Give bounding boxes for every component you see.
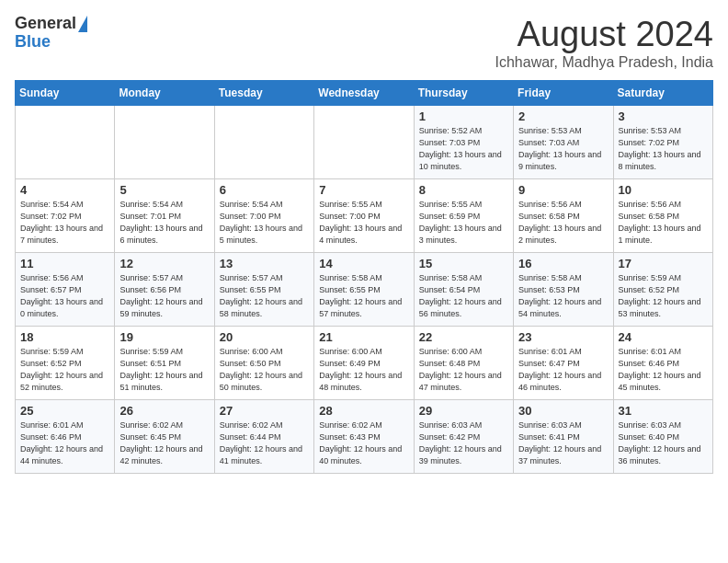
weekday-header-tuesday: Tuesday bbox=[214, 81, 313, 106]
day-number: 7 bbox=[319, 183, 408, 197]
day-number: 27 bbox=[220, 404, 309, 418]
day-info: Sunrise: 6:03 AMSunset: 6:41 PMDaylight:… bbox=[518, 419, 608, 467]
calendar-day-cell: 26Sunrise: 6:02 AMSunset: 6:45 PMDayligh… bbox=[115, 400, 214, 474]
day-info: Sunrise: 5:56 AMSunset: 6:58 PMDaylight:… bbox=[619, 199, 708, 247]
calendar-day-cell: 6Sunrise: 5:54 AMSunset: 7:00 PMDaylight… bbox=[214, 179, 313, 253]
calendar-day-cell: 21Sunrise: 6:00 AMSunset: 6:49 PMDayligh… bbox=[314, 327, 414, 400]
day-info: Sunrise: 5:58 AMSunset: 6:53 PMDaylight:… bbox=[518, 272, 608, 320]
day-info: Sunrise: 6:00 AMSunset: 6:49 PMDaylight:… bbox=[319, 346, 408, 394]
day-info: Sunrise: 6:01 AMSunset: 6:47 PMDaylight:… bbox=[518, 346, 608, 394]
weekday-header-sunday: Sunday bbox=[16, 81, 115, 106]
calendar-day-cell: 1Sunrise: 5:52 AMSunset: 7:03 PMDaylight… bbox=[414, 106, 513, 179]
weekday-header-thursday: Thursday bbox=[414, 81, 513, 106]
calendar-day-cell: 5Sunrise: 5:54 AMSunset: 7:01 PMDaylight… bbox=[115, 179, 214, 253]
page-header: General Blue August 2024 Ichhawar, Madhy… bbox=[15, 15, 713, 71]
calendar-day-cell: 4Sunrise: 5:54 AMSunset: 7:02 PMDaylight… bbox=[16, 179, 115, 253]
title-section: August 2024 Ichhawar, Madhya Pradesh, In… bbox=[495, 15, 713, 71]
calendar-day-cell bbox=[314, 106, 414, 179]
day-number: 15 bbox=[419, 257, 508, 270]
day-number: 2 bbox=[518, 109, 608, 123]
calendar-day-cell: 25Sunrise: 6:01 AMSunset: 6:46 PMDayligh… bbox=[16, 400, 115, 474]
calendar-week-4: 18Sunrise: 5:59 AMSunset: 6:52 PMDayligh… bbox=[16, 327, 713, 400]
day-number: 5 bbox=[119, 183, 209, 197]
day-info: Sunrise: 6:02 AMSunset: 6:43 PMDaylight:… bbox=[319, 419, 408, 467]
calendar-day-cell: 22Sunrise: 6:00 AMSunset: 6:48 PMDayligh… bbox=[414, 327, 513, 400]
weekday-header-saturday: Saturday bbox=[613, 81, 712, 106]
calendar-day-cell: 23Sunrise: 6:01 AMSunset: 6:47 PMDayligh… bbox=[514, 327, 613, 400]
day-info: Sunrise: 6:02 AMSunset: 6:44 PMDaylight:… bbox=[220, 419, 309, 467]
day-info: Sunrise: 6:03 AMSunset: 6:40 PMDaylight:… bbox=[619, 419, 708, 467]
day-number: 28 bbox=[319, 404, 408, 418]
day-info: Sunrise: 6:01 AMSunset: 6:46 PMDaylight:… bbox=[20, 419, 109, 467]
day-info: Sunrise: 5:59 AMSunset: 6:52 PMDaylight:… bbox=[619, 272, 708, 320]
day-number: 8 bbox=[419, 183, 508, 197]
day-info: Sunrise: 6:01 AMSunset: 6:46 PMDaylight:… bbox=[619, 346, 708, 394]
day-number: 18 bbox=[20, 330, 109, 344]
calendar-day-cell: 12Sunrise: 5:57 AMSunset: 6:56 PMDayligh… bbox=[115, 253, 214, 327]
calendar-day-cell: 31Sunrise: 6:03 AMSunset: 6:40 PMDayligh… bbox=[613, 400, 712, 474]
logo-blue-text: Blue bbox=[15, 33, 51, 52]
calendar-day-cell: 18Sunrise: 5:59 AMSunset: 6:52 PMDayligh… bbox=[16, 327, 115, 400]
day-number: 12 bbox=[119, 257, 209, 270]
day-number: 24 bbox=[619, 330, 708, 344]
calendar-day-cell: 29Sunrise: 6:03 AMSunset: 6:42 PMDayligh… bbox=[414, 400, 513, 474]
day-info: Sunrise: 5:53 AMSunset: 7:03 AMDaylight:… bbox=[518, 125, 608, 173]
weekday-header-friday: Friday bbox=[514, 81, 613, 106]
weekday-header-wednesday: Wednesday bbox=[314, 81, 414, 106]
calendar-day-cell: 14Sunrise: 5:58 AMSunset: 6:55 PMDayligh… bbox=[314, 253, 414, 327]
day-number: 29 bbox=[419, 404, 508, 418]
day-number: 3 bbox=[619, 109, 708, 123]
calendar-subtitle: Ichhawar, Madhya Pradesh, India bbox=[495, 54, 713, 71]
calendar-day-cell: 8Sunrise: 5:55 AMSunset: 6:59 PMDaylight… bbox=[414, 179, 513, 253]
day-number: 11 bbox=[20, 257, 109, 270]
day-info: Sunrise: 5:54 AMSunset: 7:00 PMDaylight:… bbox=[220, 199, 309, 247]
day-number: 1 bbox=[419, 109, 508, 123]
day-number: 26 bbox=[119, 404, 209, 418]
day-info: Sunrise: 5:54 AMSunset: 7:01 PMDaylight:… bbox=[119, 199, 209, 247]
calendar-day-cell bbox=[214, 106, 313, 179]
calendar-title: August 2024 bbox=[495, 15, 713, 54]
day-number: 19 bbox=[119, 330, 209, 344]
calendar-day-cell: 15Sunrise: 5:58 AMSunset: 6:54 PMDayligh… bbox=[414, 253, 513, 327]
calendar-day-cell: 19Sunrise: 5:59 AMSunset: 6:51 PMDayligh… bbox=[115, 327, 214, 400]
day-info: Sunrise: 5:55 AMSunset: 7:00 PMDaylight:… bbox=[319, 199, 408, 247]
day-info: Sunrise: 6:03 AMSunset: 6:42 PMDaylight:… bbox=[419, 419, 508, 467]
day-number: 23 bbox=[518, 330, 608, 344]
day-number: 6 bbox=[220, 183, 309, 197]
day-number: 25 bbox=[20, 404, 109, 418]
calendar-day-cell: 16Sunrise: 5:58 AMSunset: 6:53 PMDayligh… bbox=[514, 253, 613, 327]
calendar-day-cell: 3Sunrise: 5:53 AMSunset: 7:02 PMDaylight… bbox=[613, 106, 712, 179]
calendar-week-3: 11Sunrise: 5:56 AMSunset: 6:57 PMDayligh… bbox=[16, 253, 713, 327]
day-number: 9 bbox=[518, 183, 608, 197]
day-number: 17 bbox=[619, 257, 708, 270]
day-number: 22 bbox=[419, 330, 508, 344]
calendar-day-cell: 30Sunrise: 6:03 AMSunset: 6:41 PMDayligh… bbox=[514, 400, 613, 474]
day-number: 30 bbox=[518, 404, 608, 418]
calendar-day-cell: 2Sunrise: 5:53 AMSunset: 7:03 AMDaylight… bbox=[514, 106, 613, 179]
logo-general-text: General bbox=[15, 15, 76, 33]
day-info: Sunrise: 5:58 AMSunset: 6:54 PMDaylight:… bbox=[419, 272, 508, 320]
day-info: Sunrise: 6:00 AMSunset: 6:48 PMDaylight:… bbox=[419, 346, 508, 394]
calendar-day-cell bbox=[16, 106, 115, 179]
day-info: Sunrise: 5:59 AMSunset: 6:52 PMDaylight:… bbox=[20, 346, 109, 394]
day-info: Sunrise: 5:53 AMSunset: 7:02 PMDaylight:… bbox=[619, 125, 708, 173]
day-info: Sunrise: 6:00 AMSunset: 6:50 PMDaylight:… bbox=[220, 346, 309, 394]
day-number: 31 bbox=[619, 404, 708, 418]
calendar-day-cell: 11Sunrise: 5:56 AMSunset: 6:57 PMDayligh… bbox=[16, 253, 115, 327]
day-info: Sunrise: 5:57 AMSunset: 6:56 PMDaylight:… bbox=[119, 272, 209, 320]
day-number: 4 bbox=[20, 183, 109, 197]
day-info: Sunrise: 5:56 AMSunset: 6:57 PMDaylight:… bbox=[20, 272, 109, 320]
logo: General Blue bbox=[15, 15, 87, 52]
calendar-day-cell: 28Sunrise: 6:02 AMSunset: 6:43 PMDayligh… bbox=[314, 400, 414, 474]
day-info: Sunrise: 6:02 AMSunset: 6:45 PMDaylight:… bbox=[119, 419, 209, 467]
weekday-header-row: SundayMondayTuesdayWednesdayThursdayFrid… bbox=[16, 81, 713, 106]
calendar-table: SundayMondayTuesdayWednesdayThursdayFrid… bbox=[15, 80, 713, 474]
day-info: Sunrise: 5:54 AMSunset: 7:02 PMDaylight:… bbox=[20, 199, 109, 247]
day-info: Sunrise: 5:55 AMSunset: 6:59 PMDaylight:… bbox=[419, 199, 508, 247]
day-info: Sunrise: 5:59 AMSunset: 6:51 PMDaylight:… bbox=[119, 346, 209, 394]
calendar-day-cell bbox=[115, 106, 214, 179]
calendar-day-cell: 24Sunrise: 6:01 AMSunset: 6:46 PMDayligh… bbox=[613, 327, 712, 400]
day-info: Sunrise: 5:56 AMSunset: 6:58 PMDaylight:… bbox=[518, 199, 608, 247]
calendar-day-cell: 20Sunrise: 6:00 AMSunset: 6:50 PMDayligh… bbox=[214, 327, 313, 400]
calendar-week-1: 1Sunrise: 5:52 AMSunset: 7:03 PMDaylight… bbox=[16, 106, 713, 179]
